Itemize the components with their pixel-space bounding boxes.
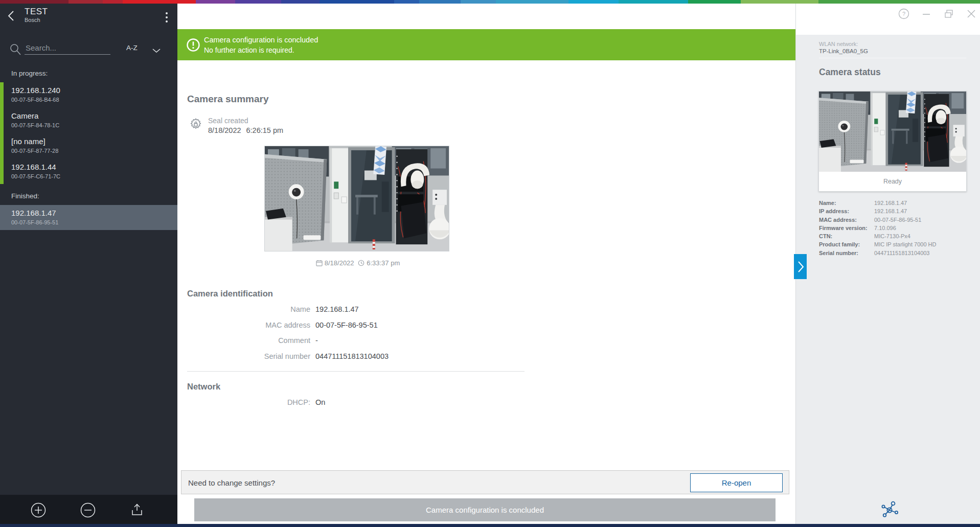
remove-device-button[interactable] bbox=[80, 502, 96, 518]
svg-text:?: ? bbox=[902, 11, 905, 17]
seal-datetime: 8/18/20226:26:15 pm bbox=[208, 126, 288, 134]
section-in-progress: In progress: bbox=[11, 70, 48, 77]
seal-gear-lock-icon bbox=[189, 117, 203, 133]
wlan-network-label: WLAN network: bbox=[819, 41, 858, 47]
status-banner: Camera configuration is concluded No fur… bbox=[177, 29, 795, 60]
section-finished: Finished: bbox=[11, 192, 39, 200]
help-button[interactable]: ? bbox=[898, 8, 909, 19]
network-rows: DHCP: On bbox=[187, 398, 596, 414]
search-row: A-Z bbox=[0, 41, 177, 59]
kebab-menu-icon[interactable] bbox=[162, 11, 171, 24]
wlan-network-value: TP-Link_0BA0_5G bbox=[819, 48, 868, 54]
status-row: Product family: MIC IP starlight 7000 HD bbox=[819, 241, 972, 249]
bosch-supergraphic-strip bbox=[0, 0, 980, 4]
sidebar-toolbar bbox=[0, 495, 177, 524]
camera-status-card: Ready bbox=[818, 91, 967, 192]
status-row: IP address: 192.168.1.47 bbox=[819, 208, 972, 216]
camera-status-rows: Name: 192.168.1.47 IP address: 192.168.1… bbox=[819, 200, 972, 258]
window-controls-area: ? bbox=[796, 4, 980, 35]
status-row: MAC address: 00-07-5F-86-95-51 bbox=[819, 217, 972, 225]
close-button[interactable] bbox=[966, 8, 977, 19]
page-title: Camera summary bbox=[187, 94, 268, 105]
status-row: Serial number: 044711151813104003 bbox=[819, 250, 972, 258]
camera-status-title: Camera status bbox=[819, 67, 881, 78]
network-hub-icon[interactable] bbox=[880, 500, 899, 520]
add-device-button[interactable] bbox=[30, 502, 47, 518]
list-item[interactable]: 192.168.1.240 00-07-5F-86-B4-68 bbox=[0, 82, 177, 107]
kv-row: MAC address 00-07-5F-86-95-51 bbox=[187, 321, 596, 337]
network-heading: Network bbox=[187, 382, 220, 392]
kv-row: Comment - bbox=[187, 336, 596, 352]
info-icon bbox=[186, 38, 200, 54]
window-footer-strip bbox=[0, 524, 980, 527]
status-row: Name: 192.168.1.47 bbox=[819, 200, 972, 208]
list-item[interactable]: Camera 00-07-5F-84-78-1C bbox=[0, 108, 177, 133]
kv-row: Name 192.168.1.47 bbox=[187, 305, 596, 321]
list-item-selected[interactable]: 192.168.1.47 00-07-5F-86-95-51 bbox=[0, 205, 177, 230]
identification-rows: Name 192.168.1.47 MAC address 00-07-5F-8… bbox=[187, 305, 596, 368]
concluded-button-disabled[interactable]: Camera configuration is concluded bbox=[194, 498, 776, 521]
export-button[interactable] bbox=[129, 502, 145, 518]
banner-subtitle: No further action is required. bbox=[204, 46, 294, 54]
status-row: CTN: MIC-7130-Px4 bbox=[819, 233, 972, 241]
project-title: TEST bbox=[25, 7, 48, 17]
project-subtitle: Bosch bbox=[25, 17, 40, 23]
snapshot-caption: 8/18/2022 6:33:37 pm bbox=[264, 259, 449, 267]
chevron-left-icon bbox=[5, 9, 18, 22]
camera-snapshot-image bbox=[264, 146, 449, 251]
device-sidebar: TEST Bosch A-Z In progress: 192.168.1.24… bbox=[0, 4, 177, 524]
seal-status-label: Seal created bbox=[208, 117, 248, 125]
change-settings-panel: Need to change settings? Re-open bbox=[181, 470, 789, 494]
chevron-right-icon bbox=[796, 260, 805, 273]
list-item[interactable]: [no name] 00-07-5F-87-77-28 bbox=[0, 133, 177, 158]
expand-panel-tab[interactable] bbox=[794, 254, 807, 279]
kv-row: DHCP: On bbox=[187, 398, 596, 414]
search-icon bbox=[9, 43, 21, 58]
chevron-down-icon[interactable] bbox=[152, 46, 161, 55]
sort-order-button[interactable]: A-Z bbox=[126, 44, 138, 52]
camera-ready-status: Ready bbox=[819, 172, 966, 191]
section-divider bbox=[187, 371, 525, 372]
change-settings-question: Need to change settings? bbox=[188, 478, 275, 487]
reopen-button[interactable]: Re-open bbox=[690, 473, 783, 492]
calendar-icon bbox=[316, 260, 323, 266]
back-button[interactable] bbox=[5, 9, 18, 22]
camera-live-thumbnail bbox=[819, 91, 966, 172]
list-item[interactable]: 192.168.1.44 00-07-5F-C6-71-7C bbox=[0, 159, 177, 184]
main-content: Camera configuration is concluded No fur… bbox=[177, 4, 795, 524]
kv-row: Serial number 044711151813104003 bbox=[187, 352, 596, 368]
minimize-button[interactable] bbox=[921, 8, 932, 19]
status-row: Firmware version: 7.10.096 bbox=[819, 225, 972, 233]
search-input[interactable] bbox=[25, 41, 110, 55]
banner-title: Camera configuration is concluded bbox=[204, 36, 318, 44]
camera-status-panel: ? bbox=[795, 4, 980, 524]
identification-heading: Camera identification bbox=[187, 289, 273, 299]
restore-button[interactable] bbox=[943, 8, 954, 19]
app-window: TEST Bosch A-Z In progress: 192.168.1.24… bbox=[0, 4, 980, 524]
panel-divider bbox=[819, 58, 966, 58]
clock-icon bbox=[358, 260, 364, 266]
